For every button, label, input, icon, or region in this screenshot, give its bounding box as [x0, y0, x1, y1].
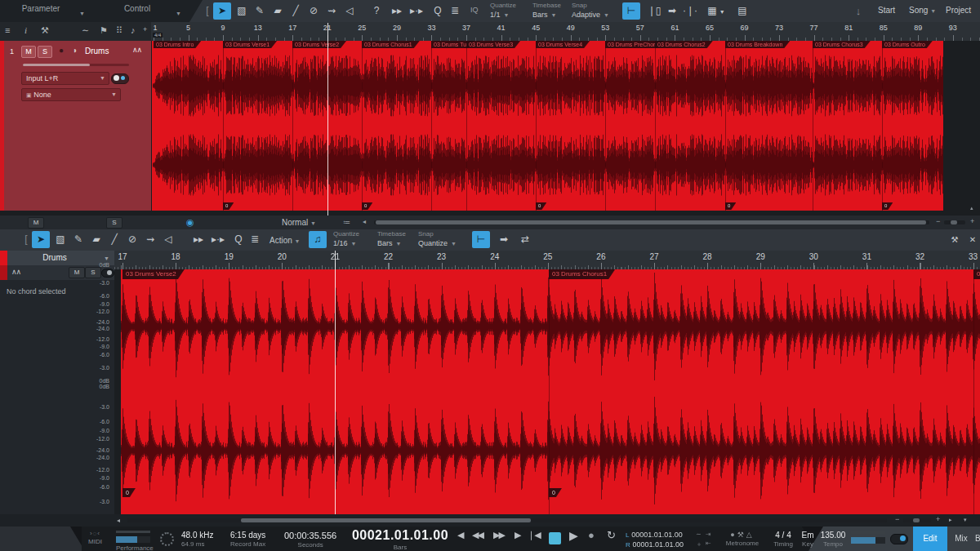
eraser-tool-button[interactable]: ▰ — [269, 2, 287, 20]
loop-button[interactable]: ↻ — [607, 529, 616, 541]
start-page-button[interactable]: Start — [878, 6, 895, 15]
region-label[interactable]: 03 Drums Chorus3 — [813, 41, 871, 48]
global-mute-button[interactable]: M — [28, 217, 44, 229]
timebase-value[interactable]: Bars — [377, 239, 393, 247]
automation-mode-dropdown[interactable]: Normal ▼ — [282, 218, 316, 227]
scroll-right-icon[interactable]: ▸ — [949, 517, 952, 523]
quantize-dropdown[interactable]: Quantize 1/1▼ — [490, 2, 516, 20]
chevron-down-icon[interactable]: ▼ — [551, 12, 557, 18]
marker-flag-icon[interactable]: ⚑ — [100, 25, 108, 36]
arrange-playhead[interactable] — [327, 23, 328, 216]
edit-snap-dropdown[interactable]: Snap Quantize▼ — [418, 230, 457, 248]
chevron-down-icon[interactable]: ▼ — [351, 241, 357, 247]
split-tool-button[interactable]: ✎ — [251, 2, 269, 20]
keyboard-button[interactable]: ▤ — [733, 2, 751, 20]
region-label[interactable]: 03 Drums Intro — [154, 41, 201, 48]
view-edit-button[interactable]: Edit — [913, 527, 947, 551]
play-button[interactable]: ▶ — [569, 529, 578, 542]
view-browse-button[interactable]: Browse — [975, 527, 980, 551]
inspector-icon[interactable]: i — [24, 25, 27, 35]
track-mute-button[interactable]: M — [21, 46, 36, 58]
follow-edit-button[interactable]: ➡ — [663, 2, 681, 20]
zoom-tool-button[interactable]: Q — [429, 2, 447, 20]
track-list-menu-icon[interactable]: ≡ — [5, 25, 10, 35]
region-label[interactable]: 03 Drums Verse3 — [466, 41, 520, 48]
listen-tool-button[interactable]: ◁ — [341, 2, 359, 20]
input-monitor-toggle[interactable] — [111, 73, 129, 84]
edit-split-tool-button[interactable]: ✎ — [69, 231, 87, 248]
quantize-panel-button[interactable]: ♫ — [309, 231, 327, 248]
nudge-forward-button[interactable]: ▶ — [514, 530, 521, 540]
track-name[interactable]: Drums — [85, 47, 109, 56]
song-page-button[interactable]: Song ▼ — [909, 6, 936, 15]
macro-tools-button[interactable]: ≣ — [446, 2, 464, 20]
edit-macro-button[interactable]: ≣ — [246, 231, 264, 248]
close-icon[interactable]: ✕ — [964, 231, 980, 248]
time-display[interactable]: 00:00:35.556 Seconds — [284, 531, 336, 549]
chevron-down-icon[interactable]: ▼ — [100, 73, 105, 84]
edit-timebase-dropdown[interactable]: Timebase Bars▼ — [377, 230, 406, 248]
project-page-button[interactable]: Project — [946, 6, 971, 15]
quantize-value[interactable]: 1/1 — [490, 11, 501, 19]
scroll-left-icon[interactable]: ◂ — [363, 218, 366, 225]
snap-value[interactable]: Adaptive — [572, 11, 600, 19]
edit-arrow-tool-button[interactable]: ➤ — [32, 231, 50, 248]
global-solo-button[interactable]: S — [106, 217, 122, 229]
key-display[interactable]: Em Key — [799, 531, 817, 548]
edit-eraser-tool-button[interactable]: ▰ — [87, 231, 105, 248]
tab-parameter[interactable]: Parameter ▼ — [0, 0, 96, 22]
gain-marker[interactable]: 0 — [536, 202, 546, 210]
arrange-timeline-ruler[interactable]: 4/4 159131721252933374145495357616569737… — [151, 22, 980, 42]
action-menu[interactable]: Action ▼ — [270, 236, 301, 245]
track-tools-icon[interactable]: ⚒ — [41, 25, 49, 36]
edit-settings-wrench-icon[interactable]: ⚒ — [946, 231, 964, 248]
snap-dropdown[interactable]: Snap Adaptive▼ — [572, 2, 609, 20]
region-label[interactable]: 03 Drums Outro — [882, 41, 933, 48]
instrument-select-dropdown[interactable]: ▣ None ▼ — [21, 88, 121, 101]
record-arm-icon[interactable]: ● — [56, 46, 67, 56]
chevron-down-icon[interactable]: ▼ — [604, 12, 609, 18]
metronome-icons[interactable]: ●⚒△ — [720, 531, 764, 539]
timebase-value[interactable]: Bars — [532, 11, 548, 19]
paint-tool-button[interactable]: ╱ — [287, 2, 305, 20]
region-label[interactable]: 03 Drums Verse4 — [536, 41, 590, 48]
chevron-down-icon[interactable]: ▼ — [176, 11, 181, 16]
loop-range-display[interactable]: L 00001.01.01.00 R 00001.01.01.00 — [626, 530, 684, 549]
time-signature-display[interactable]: 4 / 4 Timing — [771, 531, 795, 548]
edit-timeline-ruler[interactable]: 1718192021222324252627282930313233 — [114, 251, 980, 270]
region-label[interactable]: 03 Drums Chorus1 — [362, 41, 420, 48]
edit-zoom-tool-button[interactable]: Q — [229, 231, 247, 248]
track-solo-button[interactable]: S — [38, 46, 52, 58]
edit-zoom-slider[interactable] — [903, 518, 931, 522]
fast-forward-button[interactable]: ▶▶ — [493, 530, 504, 540]
zoom-out-icon[interactable]: − — [936, 217, 940, 225]
rewind-button[interactable]: ◀◀ — [472, 530, 483, 540]
bend-tool-button[interactable]: ⇝ — [323, 2, 341, 20]
arrow-tool-button[interactable]: ➤ — [213, 2, 231, 20]
chevron-down-icon[interactable]: ▼ — [111, 89, 117, 100]
track-header-drums[interactable]: 1 M S ● ◑ Drums ∧∧ Input L+R ▼ ▣ None ▼ — [0, 41, 152, 211]
chevron-down-icon[interactable]: ▼ — [79, 11, 85, 16]
follow-edit-button[interactable]: ➡ — [495, 231, 513, 248]
tempo-display[interactable]: 135.00 Tempo — [818, 531, 848, 548]
edit-hscrollbar[interactable] — [127, 518, 887, 522]
edit-bend-tool-button[interactable]: ⇝ — [141, 231, 159, 248]
edit-snap-toggle-button[interactable]: ⊢ — [472, 231, 490, 248]
precount-icon[interactable]: ＋ — [696, 540, 702, 549]
automation-power-icon[interactable]: ◉ — [186, 217, 194, 228]
snap-toggle-button[interactable]: ⊢ — [622, 2, 640, 20]
auto-scroll-button[interactable]: ❘▯ — [645, 2, 663, 20]
zoom-slider[interactable] — [944, 220, 965, 224]
chevron-down-icon[interactable]: ▼ — [451, 241, 457, 247]
position-display[interactable]: 00021.01.01.00 Bars — [351, 528, 449, 551]
performance-meter[interactable]: Performance — [116, 531, 150, 551]
gain-marker[interactable]: 0 — [882, 202, 893, 210]
edit-range-tool-button[interactable]: ▧ — [51, 231, 69, 248]
tab-control[interactable]: Control ▼ — [96, 0, 193, 22]
gain-marker[interactable]: 0 — [122, 488, 136, 497]
gain-marker[interactable]: 0 — [725, 202, 736, 210]
return-to-start-button[interactable]: ❘◀ — [528, 530, 541, 540]
scroll-left-icon[interactable]: ◂ — [117, 517, 120, 524]
arrange-hscroll-thumb[interactable] — [376, 220, 926, 224]
track-volume-fader[interactable] — [23, 64, 129, 66]
